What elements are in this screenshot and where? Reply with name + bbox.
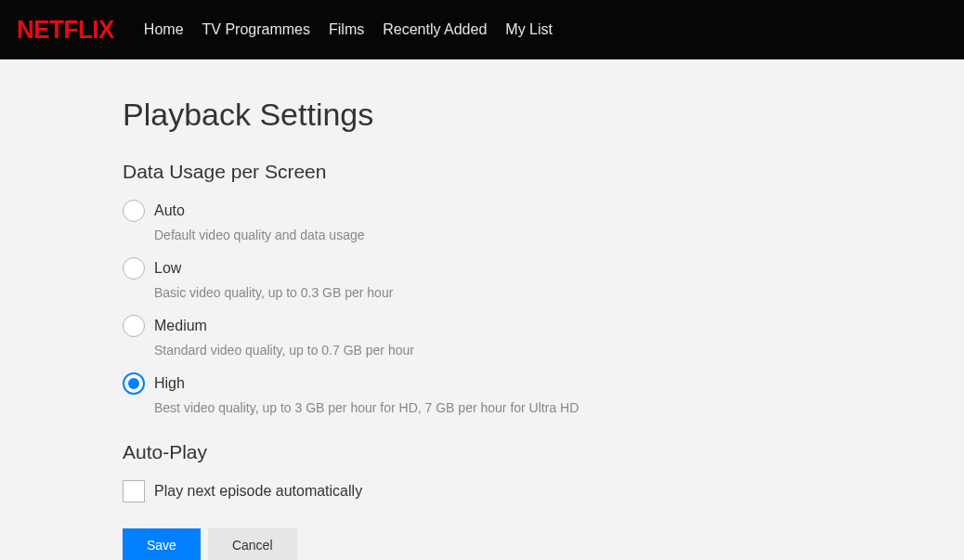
autoplay-section: Auto-Play Play next episode automaticall… bbox=[123, 441, 964, 502]
radio-low[interactable] bbox=[123, 257, 145, 280]
data-usage-title: Data Usage per Screen bbox=[123, 161, 964, 183]
radio-medium[interactable] bbox=[123, 315, 145, 337]
radio-desc-low: Basic video quality, up to 0.3 GB per ho… bbox=[154, 285, 393, 300]
button-row: Save Cancel bbox=[123, 528, 964, 560]
autoplay-checkbox-label: Play next episode automatically bbox=[154, 483, 362, 500]
nav-recently-added[interactable]: Recently Added bbox=[383, 21, 487, 38]
nav-menu: Home TV Programmes Films Recently Added … bbox=[144, 21, 553, 38]
cancel-button[interactable]: Cancel bbox=[208, 528, 297, 560]
nav-home[interactable]: Home bbox=[144, 21, 184, 38]
radio-label-auto: Auto bbox=[154, 200, 365, 222]
radio-option-high[interactable]: High Best video quality, up to 3 GB per … bbox=[123, 372, 964, 415]
radio-desc-high: Best video quality, up to 3 GB per hour … bbox=[154, 400, 579, 415]
radio-text-high: High Best video quality, up to 3 GB per … bbox=[154, 372, 579, 415]
radio-text-auto: Auto Default video quality and data usag… bbox=[154, 200, 365, 242]
autoplay-checkbox-row[interactable]: Play next episode automatically bbox=[123, 480, 964, 502]
content-area: Playback Settings Data Usage per Screen … bbox=[0, 59, 964, 560]
netflix-logo[interactable]: NETFLIX bbox=[17, 15, 114, 46]
radio-option-auto[interactable]: Auto Default video quality and data usag… bbox=[123, 200, 964, 242]
nav-films[interactable]: Films bbox=[329, 21, 364, 38]
nav-tv-programmes[interactable]: TV Programmes bbox=[202, 21, 310, 38]
radio-option-medium[interactable]: Medium Standard video quality, up to 0.7… bbox=[123, 315, 964, 358]
save-button[interactable]: Save bbox=[123, 528, 201, 560]
radio-text-medium: Medium Standard video quality, up to 0.7… bbox=[154, 315, 414, 358]
autoplay-title: Auto-Play bbox=[123, 441, 964, 463]
nav-my-list[interactable]: My List bbox=[505, 21, 553, 38]
radio-desc-medium: Standard video quality, up to 0.7 GB per… bbox=[154, 343, 414, 358]
header-bar: NETFLIX Home TV Programmes Films Recentl… bbox=[0, 0, 964, 59]
page-title: Playback Settings bbox=[123, 97, 964, 133]
radio-desc-auto: Default video quality and data usage bbox=[154, 228, 365, 242]
radio-text-low: Low Basic video quality, up to 0.3 GB pe… bbox=[154, 257, 393, 300]
autoplay-checkbox[interactable] bbox=[123, 480, 145, 502]
radio-high[interactable] bbox=[123, 372, 145, 395]
radio-label-high: High bbox=[154, 372, 579, 395]
radio-auto[interactable] bbox=[123, 200, 145, 222]
radio-label-medium: Medium bbox=[154, 315, 414, 337]
radio-option-low[interactable]: Low Basic video quality, up to 0.3 GB pe… bbox=[123, 257, 964, 300]
radio-label-low: Low bbox=[154, 257, 393, 280]
